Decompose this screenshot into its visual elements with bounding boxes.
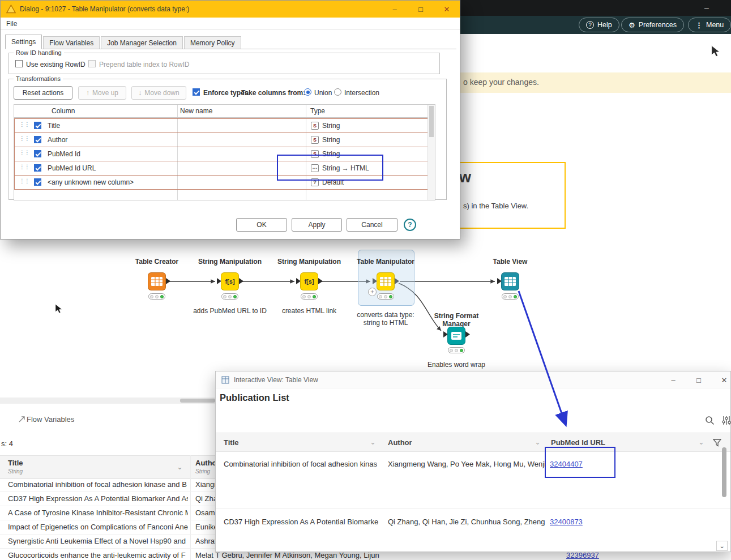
help-button[interactable]: ? Help — [579, 18, 619, 32]
column-header-pubmed[interactable]: PubMed Id URL — [551, 438, 605, 447]
window-titlebar[interactable]: Interactive View: Table View – □ ✕ — [216, 371, 730, 388]
filter-icon[interactable] — [713, 439, 721, 447]
chevron-down-icon[interactable]: ⌄ — [177, 463, 183, 471]
node-string-manipulation-1[interactable]: f[s] — [221, 272, 239, 290]
annotation-body: s) in the Table View. — [463, 202, 528, 210]
tab-flow-variables[interactable]: Flow Variables — [43, 36, 100, 49]
prepend-index-label: Prepend table index to RowID — [99, 61, 189, 69]
vertical-scrollbar-thumb[interactable] — [722, 447, 726, 497]
dialog-titlebar[interactable]: Dialog - 9:1027 - Table Manipulator (con… — [1, 1, 460, 18]
move-up-button[interactable]: ↑ Move up — [78, 86, 126, 100]
cancel-button[interactable]: Cancel — [347, 218, 397, 232]
tab-settings[interactable]: Settings — [5, 35, 42, 49]
mouse-cursor — [54, 303, 63, 314]
node-string-format-manager[interactable] — [447, 327, 465, 345]
quick-add-node-button[interactable]: + — [368, 288, 377, 296]
enforce-types-checkbox[interactable] — [193, 88, 200, 96]
node-table-view[interactable] — [501, 272, 519, 290]
node-table-manipulator[interactable] — [377, 272, 395, 290]
maximize-icon[interactable]: □ — [408, 1, 434, 18]
vertical-scrollbar[interactable] — [428, 105, 435, 200]
node-caption[interactable]: Enables word wrap — [405, 361, 507, 369]
cell-title: CD37 High Expression As A Potential Biom… — [224, 518, 384, 528]
move-down-label: Move down — [144, 89, 179, 97]
node-caption[interactable]: string to HTML — [335, 319, 437, 327]
node-label-string-manipulation-2[interactable]: String Manipulation — [272, 258, 346, 266]
table-column-header: Title ⌄ Author ⌄ PubMed Id URL ⌄ — [216, 433, 730, 452]
column-type-title: String — [8, 468, 23, 474]
drag-handle-icon[interactable]: ⋮⋮ — [19, 178, 29, 184]
arrow-down-icon: ↓ — [138, 89, 142, 97]
column-name: PubMed Id URL — [48, 161, 96, 175]
prepend-index-checkbox[interactable] — [88, 60, 96, 67]
tab-memory-policy[interactable]: Memory Policy — [184, 36, 241, 49]
include-column-checkbox[interactable] — [34, 178, 41, 186]
intersection-label: Intersection — [344, 89, 379, 97]
int ersection-radio[interactable] — [334, 88, 341, 96]
table-settings-icon[interactable] — [722, 416, 731, 425]
close-icon[interactable]: ✕ — [716, 371, 731, 388]
drag-handle-icon[interactable]: ⋮⋮ — [19, 164, 29, 170]
table-icon — [379, 276, 392, 287]
transform-row[interactable]: ⋮⋮ Title S String — [14, 118, 428, 133]
cancel-label: Cancel — [361, 221, 382, 229]
window-title: Interactive View: Table View — [234, 376, 318, 384]
node-string-manipulation-2[interactable]: f[s] — [300, 272, 318, 290]
pubmed-link[interactable]: 32400873 — [550, 518, 583, 528]
node-caption[interactable]: converts data type: — [335, 311, 437, 319]
apply-button[interactable]: Apply — [292, 218, 342, 232]
header-type[interactable]: Type — [310, 107, 325, 115]
node-label-table-manipulator[interactable]: Table Manipulator — [349, 258, 422, 266]
close-icon[interactable]: ✕ — [434, 1, 460, 18]
column-header-title[interactable]: Title — [224, 438, 239, 447]
ok-button[interactable]: OK — [236, 218, 287, 232]
menu-button[interactable]: ⋮ Menu — [688, 18, 731, 32]
node-label-string-manipulation-1[interactable]: String Manipulation — [193, 258, 267, 266]
minimize-icon[interactable]: – — [665, 371, 682, 388]
scrollbar-thumb[interactable] — [429, 106, 434, 137]
drag-handle-icon[interactable]: ⋮⋮ — [19, 135, 29, 142]
scrollbar-thumb[interactable] — [180, 399, 215, 403]
column-header-author[interactable]: Author — [388, 438, 412, 447]
view-heading: Publication List — [220, 392, 289, 403]
header-new-name[interactable]: New name — [180, 107, 212, 115]
include-column-checkbox[interactable] — [34, 164, 41, 172]
include-column-checkbox[interactable] — [34, 136, 41, 143]
search-icon[interactable] — [705, 416, 715, 425]
chevron-down-icon[interactable]: ⌄ — [698, 438, 704, 446]
drag-handle-icon[interactable]: ⋮⋮ — [19, 121, 29, 127]
drag-handle-icon[interactable]: ⋮⋮ — [19, 149, 29, 156]
tab-job-manager-selection[interactable]: Job Manager Selection — [101, 36, 183, 49]
stage: – ? Help ⚙ Preferences ⋮ Menu o keep you… — [0, 0, 731, 560]
reset-actions-label: Reset actions — [23, 89, 64, 97]
node-label-table-view[interactable]: Table View — [473, 258, 547, 266]
type-value[interactable]: String — [322, 133, 340, 147]
table-row[interactable]: CD37 High Expression As A Potential Biom… — [216, 508, 730, 552]
chevron-down-icon[interactable]: ⌄ — [370, 438, 376, 446]
column-header-title[interactable]: Title — [8, 459, 23, 467]
type-value[interactable]: String — [322, 119, 340, 132]
flow-variables-tab[interactable]: Flow Variables — [0, 404, 215, 429]
minimize-icon[interactable]: – — [701, 3, 712, 12]
mouse-cursor — [710, 45, 721, 57]
chevron-down-icon[interactable]: ⌄ — [535, 438, 541, 446]
node-label-table-creator[interactable]: Table Creator — [120, 258, 194, 266]
dialog-help-button[interactable]: ? — [404, 219, 416, 231]
transform-row[interactable]: ⋮⋮ Author S String — [14, 132, 428, 147]
move-down-button[interactable]: ↓ Move down — [131, 86, 186, 100]
reset-actions-button[interactable]: Reset actions — [14, 86, 72, 100]
include-column-checkbox[interactable] — [34, 122, 41, 129]
table-row[interactable]: Combinatorial inhibition of focal adhesi… — [216, 452, 730, 508]
node-table-creator[interactable] — [148, 272, 166, 290]
use-existing-rowid-checkbox[interactable] — [15, 60, 23, 67]
header-column[interactable]: Column — [52, 107, 75, 115]
maximize-icon[interactable]: □ — [690, 371, 707, 388]
menu-file[interactable]: File — [6, 20, 17, 28]
preferences-button[interactable]: ⚙ Preferences — [621, 18, 684, 32]
dialog-title: Dialog - 9:1027 - Table Manipulator (con… — [20, 5, 189, 13]
minimize-icon[interactable]: – — [382, 1, 408, 18]
cell-author: Qi Zhang, Qi Han, Jie Zi, Chunhua Song, … — [388, 518, 546, 528]
include-column-checkbox[interactable] — [34, 150, 41, 157]
union-radio[interactable] — [304, 88, 311, 96]
scroll-down-button[interactable]: ⌄ — [716, 541, 728, 551]
